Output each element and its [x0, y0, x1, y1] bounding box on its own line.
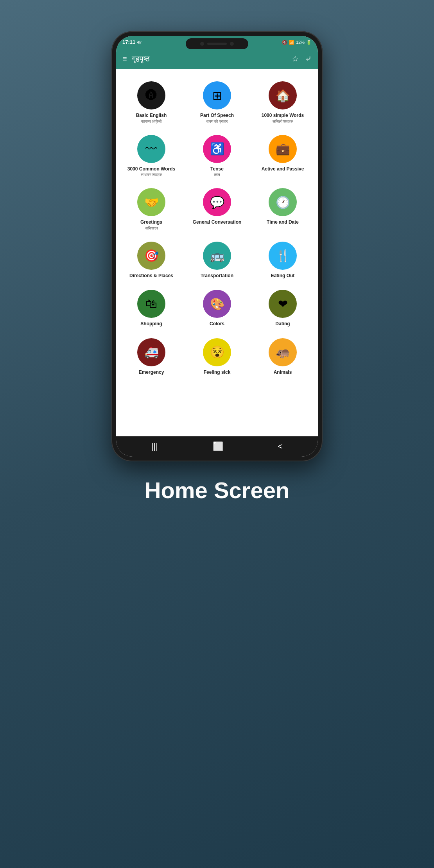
category-icon-part-of-speech: ⊞: [203, 81, 231, 109]
battery-icon: 🔋: [306, 40, 312, 45]
camera-sensor: [200, 42, 204, 46]
menu-button[interactable]: ≡: [122, 54, 127, 63]
category-icon-directions: 🎯: [137, 242, 165, 270]
category-item-colors[interactable]: 🎨Colors: [185, 285, 249, 332]
category-icon-colors: 🎨: [203, 290, 231, 318]
battery-text: 12%: [296, 40, 305, 45]
category-icon-3000-words: 〰: [137, 135, 165, 163]
category-icon-greetings: 🤝: [137, 188, 165, 216]
category-icon-basic-english: 🅐: [137, 81, 165, 109]
app-bar-left: ≡ गृहपृष्ठ: [122, 54, 150, 63]
category-item-1000-words[interactable]: 🏠1000 simple Wordsसजिलो शब्दहरु: [251, 77, 315, 129]
category-icon-general-conversation: 💬: [203, 188, 231, 216]
screen-content[interactable]: 🅐Basic Englishसामान्य अंग्रेजी⊞Part Of S…: [116, 69, 318, 436]
category-item-general-conversation[interactable]: 💬General Conversation: [185, 183, 249, 235]
category-label-eating-out: Eating Out: [271, 273, 295, 279]
category-icon-shopping: 🛍: [137, 290, 165, 318]
category-label-tense: Tense: [210, 166, 224, 172]
category-item-eating-out[interactable]: 🍴Eating Out: [251, 237, 315, 284]
category-label-general-conversation: General Conversation: [193, 219, 242, 226]
category-item-time-date[interactable]: 🕐Time and Date: [251, 183, 315, 235]
category-item-shopping[interactable]: 🛍Shopping: [119, 285, 183, 332]
category-icon-active-passive: 💼: [269, 135, 297, 163]
category-label-3000-words: 3000 Common Words: [127, 166, 175, 172]
category-sublabel-tense: काल: [214, 172, 220, 177]
bottom-label: Home Screen: [145, 477, 290, 503]
category-icon-dating: ❤: [269, 290, 297, 318]
category-label-1000-words: 1000 simple Words: [262, 113, 304, 119]
category-icon-eating-out: 🍴: [269, 242, 297, 270]
category-sublabel-greetings: अभिवादन: [145, 226, 158, 231]
app-title: गृहपृष्ठ: [132, 54, 150, 63]
category-item-dating[interactable]: ❤Dating: [251, 285, 315, 332]
category-icon-1000-words: 🏠: [269, 81, 297, 109]
camera-dot: [230, 42, 234, 46]
category-item-feeling-sick[interactable]: 😵Feeling sick: [185, 334, 249, 380]
category-sublabel-1000-words: सजिलो शब्दहरु: [273, 119, 293, 124]
category-item-emergency[interactable]: 🚑Emergency: [119, 334, 183, 380]
category-sublabel-basic-english: सामान्य अंग्रेजी: [141, 119, 162, 124]
category-icon-feeling-sick: 😵: [203, 338, 231, 366]
status-time: 17:11 ২৮: [122, 39, 142, 45]
star-button[interactable]: ☆: [292, 54, 299, 63]
category-icon-tense: ♿: [203, 135, 231, 163]
category-item-tense[interactable]: ♿Tenseकाल: [185, 130, 249, 182]
category-item-animals[interactable]: 🦛Animals: [251, 334, 315, 380]
speaker: [207, 43, 227, 45]
category-item-active-passive[interactable]: 💼Active and Passive: [251, 130, 315, 182]
phone-shell: 17:11 ২৮ 🔇 📶 12% 🔋 ≡ गृहपृष्ठ ☆ ⤶ 🅐B: [111, 31, 323, 461]
category-label-active-passive: Active and Passive: [262, 166, 304, 172]
phone-top-bar: [186, 38, 248, 49]
app-bar-right: ☆ ⤶: [292, 54, 312, 63]
category-label-basic-english: Basic English: [136, 113, 167, 119]
category-grid: 🅐Basic Englishसामान्य अंग्रेजी⊞Part Of S…: [116, 74, 318, 384]
nav-menu-icon[interactable]: |||: [151, 441, 158, 452]
category-item-directions[interactable]: 🎯Directions & Places: [119, 237, 183, 284]
mute-icon: 🔇: [282, 40, 287, 45]
category-item-transportation[interactable]: 🚌Transportation: [185, 237, 249, 284]
category-label-colors: Colors: [210, 321, 224, 327]
category-sublabel-part-of-speech: वाक्य को प्रकार: [206, 119, 228, 124]
category-item-3000-words[interactable]: 〰3000 Common Wordsसाधारण शब्दहरु: [119, 130, 183, 182]
category-icon-emergency: 🚑: [137, 338, 165, 366]
category-label-dating: Dating: [275, 321, 290, 327]
nav-back-icon[interactable]: <: [278, 441, 283, 452]
signal-icon: 📶: [289, 40, 294, 45]
app-bar: ≡ गृहपृष्ठ ☆ ⤶: [116, 48, 318, 69]
category-label-part-of-speech: Part Of Speech: [200, 113, 234, 119]
category-sublabel-3000-words: साधारण शब्दहरु: [141, 172, 162, 177]
category-icon-time-date: 🕐: [269, 188, 297, 216]
category-label-feeling-sick: Feeling sick: [204, 369, 231, 376]
nav-bar: ||| ⬜ <: [116, 436, 318, 457]
category-label-directions: Directions & Places: [129, 273, 173, 279]
category-item-part-of-speech[interactable]: ⊞Part Of Speechवाक्य को प्रकार: [185, 77, 249, 129]
nav-home-icon[interactable]: ⬜: [213, 441, 223, 452]
category-icon-transportation: 🚌: [203, 242, 231, 270]
category-item-greetings[interactable]: 🤝Greetingsअभिवादन: [119, 183, 183, 235]
category-label-time-date: Time and Date: [267, 219, 299, 226]
category-label-shopping: Shopping: [140, 321, 162, 327]
category-label-emergency: Emergency: [139, 369, 164, 376]
status-icons: 🔇 📶 12% 🔋: [282, 40, 312, 45]
phone-screen: 17:11 ২৮ 🔇 📶 12% 🔋 ≡ गृहपृष्ठ ☆ ⤶ 🅐B: [116, 36, 318, 457]
share-button[interactable]: ⤶: [305, 54, 312, 63]
category-label-greetings: Greetings: [140, 219, 162, 226]
category-label-transportation: Transportation: [201, 273, 233, 279]
category-label-animals: Animals: [274, 369, 292, 376]
category-item-basic-english[interactable]: 🅐Basic Englishसामान्य अंग्रेजी: [119, 77, 183, 129]
category-icon-animals: 🦛: [269, 338, 297, 366]
